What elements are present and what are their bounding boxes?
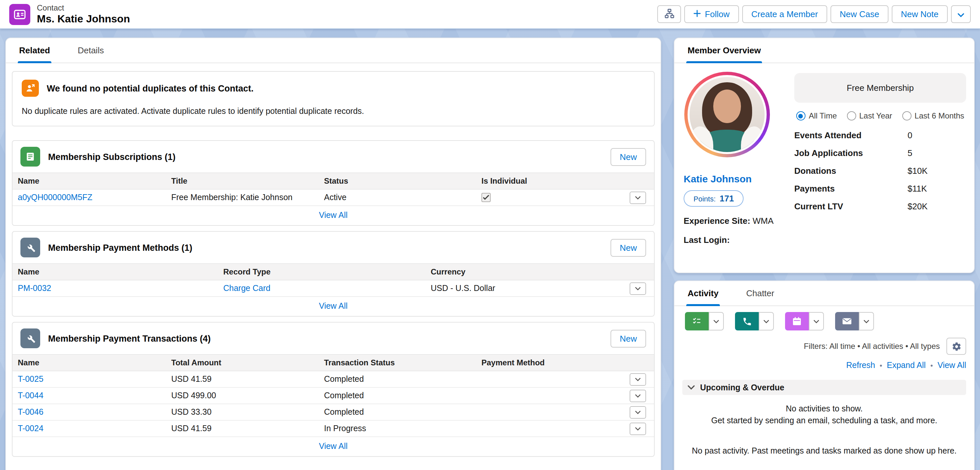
new-payment-method-button[interactable]: New	[611, 239, 646, 256]
record-link[interactable]: a0yQH000000M5FZ	[18, 193, 92, 202]
column-header[interactable]: Title	[166, 176, 319, 186]
expand-all-link[interactable]: Expand All	[887, 361, 926, 370]
cell-amount: USD 41.59	[166, 375, 319, 384]
chevron-down-icon	[635, 287, 641, 290]
chevron-down-icon	[635, 410, 641, 414]
activity-filters-row: Filters: All time • All activities • All…	[675, 333, 974, 355]
activity-composer	[675, 306, 974, 333]
empty-title: No activities to show.	[687, 403, 961, 415]
record-type-link[interactable]: Charge Card	[223, 284, 270, 293]
avatar-photo	[687, 75, 767, 154]
section-title[interactable]: Membership Payment Transactions (4)	[48, 333, 603, 343]
section-title[interactable]: Membership Subscriptions (1)	[48, 152, 603, 162]
view-all-link[interactable]: View All	[937, 361, 966, 370]
right-sidebar: Member Overview Ka	[674, 38, 975, 470]
call-dropdown-button[interactable]	[759, 312, 774, 330]
tab-member-overview[interactable]: Member Overview	[686, 38, 762, 62]
cell-amount: USD 41.59	[166, 424, 319, 433]
new-subscription-button[interactable]: New	[611, 148, 646, 165]
column-header[interactable]: Name	[13, 358, 166, 367]
cell-status: Completed	[319, 375, 476, 384]
avatar[interactable]	[684, 72, 770, 157]
activity-links-row: Refresh • Expand All • View All	[675, 355, 974, 370]
log-a-call-button[interactable]	[735, 312, 759, 330]
points-badge: Points: 171	[684, 190, 744, 207]
column-header[interactable]: Transaction Status	[319, 358, 476, 367]
task-icon	[692, 316, 702, 327]
cell-status: Completed	[319, 391, 476, 400]
radio-last-year[interactable]: Last Year	[846, 111, 892, 121]
column-header[interactable]: Status	[319, 176, 476, 186]
radio-icon	[902, 111, 911, 121]
chevron-down-icon	[635, 427, 641, 430]
event-dropdown-button[interactable]	[809, 312, 824, 330]
hierarchy-button[interactable]	[657, 5, 681, 23]
contact-record-page: Contact Ms. Katie Johnson Follow Create …	[0, 0, 980, 470]
table-row: PM-0032 Charge Card USD - U.S. Dollar	[13, 280, 654, 297]
tab-activity[interactable]: Activity	[686, 281, 720, 305]
filters-summary[interactable]: Filters: All time • All activities • All…	[804, 341, 940, 351]
membership-subscriptions-section: Membership Subscriptions (1) New Name Ti…	[12, 140, 655, 226]
upcoming-overdue-section-header[interactable]: Upcoming & Overdue	[682, 380, 966, 395]
new-note-button[interactable]: New Note	[892, 5, 948, 23]
stat-row: Current LTV $20K	[794, 197, 966, 215]
column-header[interactable]: Name	[13, 176, 166, 186]
section-title[interactable]: Membership Payment Methods (1)	[48, 243, 603, 252]
wrench-icon	[21, 329, 40, 348]
column-header[interactable]: Currency	[425, 267, 622, 276]
call-icon	[742, 316, 752, 326]
view-all-link[interactable]: View All	[319, 442, 347, 451]
tab-chatter[interactable]: Chatter	[745, 281, 775, 305]
record-link[interactable]: T-0025	[18, 375, 43, 384]
email-button[interactable]	[835, 312, 859, 330]
record-link[interactable]: T-0044	[18, 391, 43, 400]
record-link[interactable]: T-0046	[18, 408, 43, 417]
activity-tabbar: Activity Chatter	[675, 281, 974, 306]
row-actions-button[interactable]	[630, 282, 646, 295]
row-actions-button[interactable]	[630, 406, 646, 418]
column-header[interactable]: Is Individual	[476, 176, 622, 186]
table-row: T-0046 USD 33.30 Completed	[13, 404, 654, 421]
new-case-button[interactable]: New Case	[830, 5, 888, 23]
table-row: T-0044 USD 499.00 Completed	[13, 388, 654, 404]
row-actions-button[interactable]	[630, 373, 646, 386]
record-tabbar: Related Details	[6, 38, 660, 63]
view-all-link[interactable]: View All	[319, 211, 347, 220]
column-header[interactable]: Payment Method	[476, 358, 622, 367]
email-dropdown-button[interactable]	[859, 312, 874, 330]
table-header: Name Total Amount Transaction Status Pay…	[13, 354, 654, 371]
refresh-link[interactable]: Refresh	[846, 361, 875, 370]
plus-icon	[694, 9, 701, 19]
create-a-member-button[interactable]: Create a Member	[742, 5, 827, 23]
follow-label: Follow	[705, 9, 729, 19]
points-value: 171	[719, 194, 734, 203]
past-activity-text: No past activity. Past meetings and task…	[675, 447, 974, 456]
tab-details[interactable]: Details	[76, 38, 105, 62]
row-actions-button[interactable]	[630, 191, 646, 204]
new-task-button[interactable]	[685, 312, 709, 330]
separator: •	[930, 361, 933, 369]
follow-button[interactable]: Follow	[684, 5, 739, 23]
row-actions-button[interactable]	[630, 389, 646, 402]
checkmark-icon	[483, 195, 489, 200]
radio-last-6-months[interactable]: Last 6 Months	[902, 111, 964, 121]
more-actions-button[interactable]	[951, 5, 971, 23]
task-dropdown-button[interactable]	[709, 312, 724, 330]
cell-status: In Progress	[319, 424, 476, 433]
row-actions-button[interactable]	[630, 422, 646, 435]
tab-related[interactable]: Related	[18, 38, 51, 62]
record-link[interactable]: T-0024	[18, 424, 43, 433]
view-all-link[interactable]: View All	[319, 302, 347, 311]
event-icon	[792, 316, 802, 327]
member-name-link[interactable]: Katie Johnson	[684, 173, 785, 184]
cell-title: Free Membership: Katie Johnson	[166, 193, 319, 202]
new-transaction-button[interactable]: New	[611, 329, 646, 347]
column-header[interactable]: Name	[13, 267, 218, 276]
column-header[interactable]: Record Type	[218, 267, 425, 276]
filters-settings-button[interactable]	[947, 338, 966, 355]
new-event-button[interactable]	[785, 312, 809, 330]
member-overview-card: Member Overview Ka	[674, 38, 975, 273]
column-header[interactable]: Total Amount	[166, 358, 319, 367]
radio-all-time[interactable]: All Time	[796, 111, 837, 121]
record-link[interactable]: PM-0032	[18, 284, 51, 293]
